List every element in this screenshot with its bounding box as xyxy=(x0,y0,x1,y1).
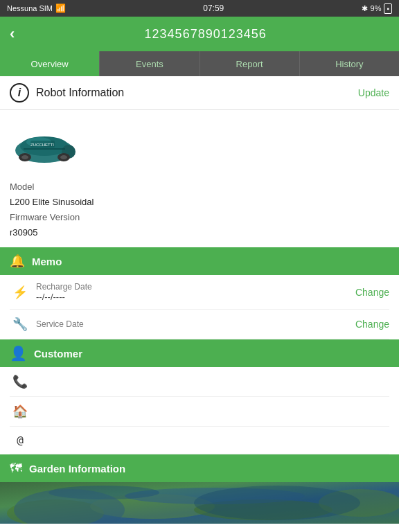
customer-title: Customer xyxy=(34,348,82,360)
info-icon: i xyxy=(10,83,29,103)
wifi-icon: 📶 xyxy=(55,3,66,13)
email-row: @ xyxy=(10,427,389,454)
update-button[interactable]: Update xyxy=(358,87,389,98)
memo-title: Memo xyxy=(32,256,62,267)
robot-info-title: Robot Information xyxy=(29,87,358,99)
garden-section-header: 🗺 Garden Information xyxy=(0,454,399,482)
robot-details: Model L200 Elite Sinusoidal Firmware Ver… xyxy=(10,179,389,240)
header: ‹ 1234567890123456 xyxy=(0,17,399,51)
recharge-label: Recharge Date xyxy=(36,282,355,292)
tab-report[interactable]: Report xyxy=(200,51,300,76)
email-icon: @ xyxy=(10,434,30,447)
tab-history[interactable]: History xyxy=(300,51,399,76)
lightning-icon: ⚡ xyxy=(10,285,30,300)
home-icon: 🏠 xyxy=(10,404,30,419)
robot-image-row: ZUCCHETTI xyxy=(10,121,389,170)
svg-point-6 xyxy=(21,155,28,159)
svg-point-13 xyxy=(90,494,215,519)
model-label: Model xyxy=(10,179,389,195)
status-bar: Nessuna SIM 📶 07:59 ✱ 9% ▪ xyxy=(0,0,399,17)
status-left: Nessuna SIM 📶 xyxy=(7,3,66,13)
back-button[interactable]: ‹ xyxy=(10,25,15,43)
carrier-label: Nessuna SIM xyxy=(7,4,53,12)
phone-row: 📞 xyxy=(10,367,389,397)
recharge-date-row: ⚡ Recharge Date --/--/---- Change xyxy=(10,275,389,310)
service-date-row: 🔧 Service Date Change xyxy=(10,310,389,339)
robot-image: ZUCCHETTI xyxy=(10,121,79,170)
status-right: ✱ 9% ▪ xyxy=(362,3,392,14)
bell-icon: 🔔 xyxy=(10,254,25,269)
garden-title: Garden Information xyxy=(29,463,125,475)
phone-icon: 📞 xyxy=(10,374,30,389)
recharge-info: Recharge Date --/--/---- xyxy=(30,282,355,302)
model-value: L200 Elite Sinusoidal xyxy=(10,195,389,210)
tab-events[interactable]: Events xyxy=(100,51,200,76)
svg-point-16 xyxy=(125,488,305,504)
wrench-icon: 🔧 xyxy=(10,317,30,332)
recharge-change-button[interactable]: Change xyxy=(355,287,389,298)
tab-bar: Overview Events Report History xyxy=(0,51,399,76)
firmware-label: Firmware Version xyxy=(10,210,389,225)
garden-map xyxy=(0,482,399,524)
content-area: i Robot Information Update xyxy=(0,76,399,524)
robot-details-area: ZUCCHETTI Model L200 Elite Sinusoidal Fi… xyxy=(0,110,399,247)
svg-point-17 xyxy=(48,486,159,499)
service-info: Service Date xyxy=(30,319,355,329)
map-icon: 🗺 xyxy=(10,461,22,476)
memo-section-header: 🔔 Memo xyxy=(0,247,399,275)
bluetooth-icon: ✱ xyxy=(362,4,368,13)
service-change-button[interactable]: Change xyxy=(355,319,389,330)
memo-content: ⚡ Recharge Date --/--/---- Change 🔧 Serv… xyxy=(0,275,399,339)
service-label: Service Date xyxy=(36,319,355,329)
svg-rect-11 xyxy=(0,482,399,524)
header-title: 1234567890123456 xyxy=(21,27,389,42)
status-time: 07:59 xyxy=(203,3,224,13)
svg-point-14 xyxy=(194,499,332,520)
home-row: 🏠 xyxy=(10,397,389,427)
svg-point-8 xyxy=(60,155,67,159)
firmware-value: r30905 xyxy=(10,225,389,240)
svg-text:ZUCCHETTI: ZUCCHETTI xyxy=(30,143,54,147)
robot-info-header: i Robot Information Update xyxy=(0,76,399,110)
battery-percent: 9% xyxy=(371,4,382,12)
recharge-value: --/--/---- xyxy=(36,292,355,302)
person-icon: 👤 xyxy=(10,345,27,362)
svg-point-15 xyxy=(319,489,399,517)
customer-section-header: 👤 Customer xyxy=(0,339,399,367)
svg-point-12 xyxy=(7,499,104,524)
customer-content: 📞 🏠 @ xyxy=(0,367,399,454)
battery-icon: ▪ xyxy=(384,3,392,14)
tab-overview[interactable]: Overview xyxy=(0,51,100,76)
